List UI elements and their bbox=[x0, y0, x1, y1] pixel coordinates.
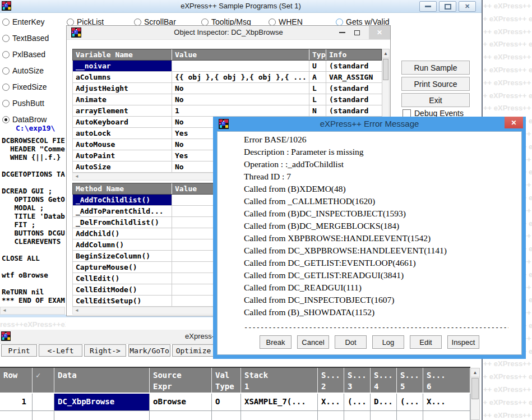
watermark-line: ++ eXPress++ e ++ eXPress++ e bbox=[483, 13, 532, 26]
code-line: WHEN {||.f.} bbox=[2, 153, 65, 161]
error-trace-line: Called from (B)_SHOWDATA(1152) bbox=[244, 307, 521, 320]
table-cell-val-type[interactable]: O bbox=[212, 394, 241, 411]
variable-row[interactable]: arrayElement 1 N (standard bbox=[73, 105, 382, 117]
print-source-button[interactable]: Print Source bbox=[401, 77, 470, 91]
edit-button[interactable]: Edit bbox=[410, 335, 442, 349]
column-header: Value bbox=[172, 49, 309, 60]
main-titlebar[interactable]: eXPress++ Sample Programs (Set 1) ✕ bbox=[0, 0, 482, 13]
watermark-line: ++ eXPress++ e ++ eXPress++ e bbox=[483, 358, 532, 371]
right-button[interactable]: Right-> bbox=[84, 344, 126, 357]
inspector-titlebar[interactable]: Object Inspector: DC_XbpBrowse ✕ bbox=[67, 26, 390, 40]
log-button[interactable]: Log bbox=[372, 335, 404, 349]
variable-info: (standard bbox=[326, 61, 382, 72]
radio-option[interactable]: AutoSize bbox=[2, 66, 49, 75]
minimize-icon[interactable] bbox=[339, 32, 345, 33]
empty-cell bbox=[33, 411, 54, 420]
maximize-icon[interactable] bbox=[354, 30, 360, 35]
break-button[interactable]: Break bbox=[260, 335, 292, 349]
run-sample-button[interactable]: Run Sample bbox=[401, 61, 470, 75]
variable-name: AutoSize bbox=[73, 161, 172, 173]
variable-name: AutoKeyboard bbox=[73, 117, 172, 128]
code-line: HEADER "Comme bbox=[2, 145, 65, 153]
variable-row[interactable]: __noivar U (standard bbox=[73, 61, 382, 72]
watermark-line: ++ eXPress++ e ++ eXPress++ e bbox=[483, 102, 532, 115]
print-button[interactable]: Print bbox=[1, 344, 37, 357]
maximize-button[interactable] bbox=[439, 1, 456, 12]
watch-table-vscrollbar[interactable]: ▲ bbox=[470, 368, 480, 420]
scroll-thumb[interactable] bbox=[471, 378, 479, 399]
code-line: MODAL ; bbox=[2, 204, 65, 212]
minimize-button[interactable] bbox=[419, 1, 437, 12]
column-header: S...4 bbox=[371, 368, 397, 394]
code-line: wtf oBrowse bbox=[2, 271, 65, 279]
empty-cell bbox=[423, 411, 470, 420]
table-cell-data[interactable]: DC_XbpBrowse bbox=[54, 394, 150, 411]
variable-type: N bbox=[309, 105, 326, 117]
variable-row[interactable]: AdjustHeight No L (standard bbox=[73, 83, 382, 94]
scroll-up-icon[interactable]: ▲ bbox=[382, 49, 389, 58]
watermark-line: ++ eXPress++ e ++ eXPress++ e bbox=[483, 371, 532, 384]
radio-icon bbox=[2, 84, 10, 91]
table-cell-stack2[interactable]: X... bbox=[318, 394, 344, 411]
radio-option[interactable]: PushButt bbox=[2, 99, 49, 108]
code-hscrollbar[interactable]: ◄ bbox=[0, 307, 65, 315]
mark-goto-button[interactable]: Mark/GoTo bbox=[128, 344, 170, 357]
table-cell-source-expr[interactable]: oBrowse bbox=[150, 394, 212, 411]
radio-option[interactable]: PxlBased bbox=[2, 50, 49, 59]
main-window-title: eXPress++ Sample Programs (Set 1) bbox=[0, 0, 482, 12]
variable-row[interactable]: Animate No L (standard bbox=[73, 94, 382, 105]
column-header: Variable Name bbox=[73, 49, 172, 60]
column-header: ValType bbox=[212, 368, 241, 394]
radio-option[interactable]: FixedSize bbox=[2, 82, 49, 91]
error-dialog-title: eXPress++ Error Message bbox=[213, 117, 526, 131]
variable-info: (standard bbox=[326, 83, 382, 94]
close-button[interactable]: ✕ bbox=[369, 26, 390, 39]
radio-label: PushButt bbox=[12, 99, 44, 108]
column-header: Stack1 bbox=[241, 368, 318, 394]
close-button[interactable]: ✕ bbox=[459, 1, 476, 12]
variable-type: L bbox=[309, 94, 326, 105]
radio-option[interactable]: DataBrow bbox=[2, 115, 49, 124]
radio-icon bbox=[336, 19, 343, 26]
background-watermark-sliver: ress++eXPress++eXPress++eX bbox=[0, 320, 66, 329]
table-cell-stack1[interactable]: XSAMPLE_7(... bbox=[241, 394, 318, 411]
scroll-left-icon[interactable]: ◄ bbox=[73, 174, 79, 179]
code-line bbox=[2, 279, 65, 288]
cancel-button[interactable]: Cancel bbox=[297, 335, 329, 349]
table-cell-stack6[interactable]: X... bbox=[423, 394, 470, 411]
error-dialog: eXPress++ Error Message ✕ Error BASE/102… bbox=[213, 117, 526, 359]
table-cell-stack3[interactable]: (... bbox=[344, 394, 371, 411]
method-name: CellEditSetup() bbox=[73, 296, 172, 307]
empty-cell bbox=[54, 411, 150, 420]
left-button[interactable]: <-Left bbox=[39, 344, 82, 357]
table-cell-check[interactable] bbox=[33, 394, 54, 411]
table-cell-stack4[interactable]: D... bbox=[371, 394, 397, 411]
variable-name: AutoMouse bbox=[73, 139, 172, 150]
radio-icon bbox=[2, 19, 10, 26]
table-cell-row-number[interactable]: 1 bbox=[0, 394, 33, 411]
scroll-left-icon[interactable]: ◄ bbox=[73, 308, 79, 313]
scroll-up-icon[interactable]: ▲ bbox=[471, 368, 479, 377]
optimize-button[interactable]: Optimize bbox=[172, 344, 215, 357]
error-trace-line: Called from DC_INSPECTOBJECT(1607) bbox=[244, 295, 521, 307]
close-button[interactable]: ✕ bbox=[505, 117, 523, 128]
scroll-left-icon[interactable]: ◄ bbox=[1, 308, 7, 313]
variable-row[interactable]: aColumns {{ obj },{ obj },{ obj },{ ... … bbox=[73, 72, 382, 83]
close-icon: ✕ bbox=[377, 29, 382, 36]
radio-option[interactable]: TextBased bbox=[2, 34, 49, 43]
dot-button[interactable]: Dot bbox=[335, 335, 367, 349]
error-dialog-buttons: Break Cancel Dot Log Edit Inspect bbox=[218, 335, 521, 349]
radio-icon bbox=[67, 19, 74, 26]
radio-option[interactable]: EnterKey bbox=[2, 17, 49, 26]
method-name: CellEdit() bbox=[73, 273, 172, 284]
code-line bbox=[2, 178, 65, 187]
error-titlebar[interactable]: eXPress++ Error Message ✕ bbox=[213, 117, 526, 131]
scroll-thumb[interactable] bbox=[383, 59, 388, 80]
close-icon: ✕ bbox=[511, 119, 516, 127]
inspect-button[interactable]: Inspect bbox=[447, 335, 479, 349]
method-name: AddChild() bbox=[73, 228, 172, 239]
exit-button[interactable]: Exit bbox=[401, 93, 470, 107]
caption-buttons: ✕ bbox=[339, 26, 390, 39]
table-cell-stack5[interactable]: (... bbox=[397, 394, 423, 411]
column-header: Info bbox=[326, 49, 382, 60]
